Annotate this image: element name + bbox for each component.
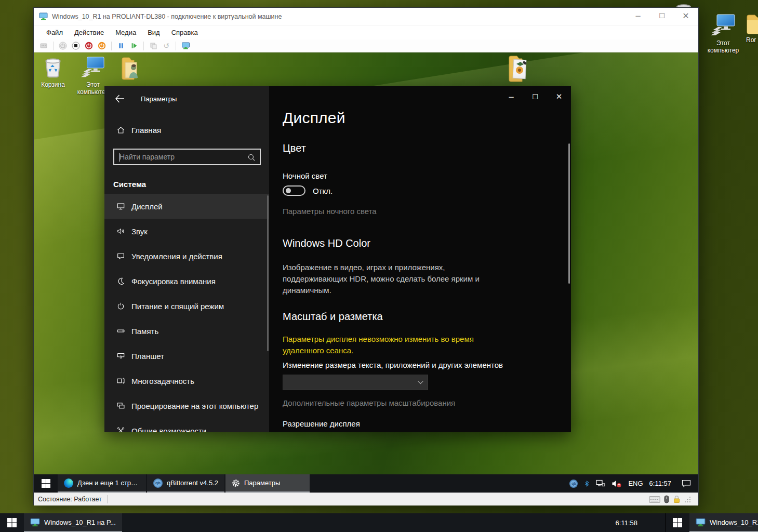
- scale-label: Изменение размера текста, приложений и д…: [283, 361, 518, 369]
- taskbar-button-qbittorrent[interactable]: qb qBittorrent v4.5.2: [147, 474, 224, 493]
- vm-titlebar[interactable]: Windows_10_R1 на PROLIANT-DL380 - подклю…: [34, 8, 698, 25]
- home-icon: [116, 126, 125, 134]
- menu-view[interactable]: Вид: [142, 26, 165, 38]
- sidebar-item-sound[interactable]: Звук: [104, 219, 269, 244]
- minimize-button[interactable]: ─: [628, 8, 648, 23]
- menu-media[interactable]: Медиа: [110, 26, 141, 38]
- focus-assist-icon: [116, 277, 125, 285]
- minimize-button[interactable]: ─: [499, 86, 523, 107]
- bluetooth-icon[interactable]: [584, 480, 590, 488]
- sidebar-item-label: Память: [131, 327, 158, 336]
- vm-desktop-icon-user-folder[interactable]: [112, 55, 150, 82]
- power-sleep-icon: [116, 302, 125, 310]
- multitasking-icon: [116, 377, 125, 385]
- close-button[interactable]: ✕: [675, 8, 696, 23]
- vm-status-text: Состояние: Работает: [38, 496, 102, 503]
- sidebar-item-projecting[interactable]: Проецирование на этот компьютер: [104, 393, 269, 418]
- turn-off-icon[interactable]: [71, 41, 81, 50]
- back-button[interactable]: [115, 95, 127, 103]
- content-scrollbar[interactable]: [568, 143, 570, 284]
- sidebar-item-multitasking[interactable]: Многозадачность: [104, 368, 269, 393]
- text-caret: [119, 153, 119, 162]
- sidebar-item-shared-experiences[interactable]: Общие возможности: [104, 418, 269, 432]
- pause-icon[interactable]: [116, 41, 126, 50]
- sidebar-item-label: Уведомления и действия: [131, 252, 222, 261]
- sidebar-item-home[interactable]: Главная: [104, 119, 269, 140]
- tablet-icon: [116, 352, 125, 360]
- action-center-icon[interactable]: [682, 480, 691, 487]
- vm-viewport: Корзина Этот компьютер: [34, 52, 698, 493]
- lock-status-icon[interactable]: [673, 495, 681, 503]
- night-light-state: Откл.: [313, 187, 333, 195]
- reset-icon[interactable]: [129, 41, 139, 50]
- folder-icon: [745, 12, 758, 35]
- settings-header: Параметры: [104, 86, 269, 111]
- shutdown-icon[interactable]: [84, 41, 94, 50]
- windows-start-icon: [42, 479, 50, 488]
- scale-dropdown[interactable]: [283, 375, 428, 390]
- qbittorrent-tray-icon[interactable]: qb: [569, 480, 578, 488]
- ctrl-alt-del-icon[interactable]: [39, 41, 48, 50]
- shared-experiences-icon: [116, 427, 125, 432]
- sidebar-item-focus-assist[interactable]: Фокусировка внимания: [104, 269, 269, 294]
- sidebar-scrollbar[interactable]: [267, 195, 269, 351]
- sidebar-item-label: Проецирование на этот компьютер: [131, 402, 258, 410]
- taskbar-button-settings[interactable]: Параметры: [225, 474, 310, 493]
- settings-gear-icon: [232, 479, 240, 487]
- recycle-bin-icon: [41, 55, 65, 80]
- vm-start-button[interactable]: [34, 474, 58, 493]
- revert-icon[interactable]: ↺: [162, 41, 171, 50]
- advanced-scaling-link[interactable]: Дополнительные параметры масштабирования: [283, 398, 518, 407]
- qbittorrent-icon: qb: [153, 478, 163, 488]
- network-icon[interactable]: [596, 480, 605, 487]
- keyboard-status-icon[interactable]: [649, 496, 660, 503]
- sidebar-item-label: Общие возможности: [131, 427, 206, 433]
- night-light-toggle[interactable]: [283, 185, 305, 196]
- remote-session-warning: Параметры дисплея невозможно изменить во…: [283, 334, 509, 356]
- vmconnect-window: Windows_10_R1 на PROLIANT-DL380 - подклю…: [33, 7, 699, 505]
- sidebar-item-notifications[interactable]: Уведомления и действия: [104, 244, 269, 269]
- sidebar-item-label: Питание и спящий режим: [131, 302, 224, 311]
- vm-toolbar: ↺: [34, 39, 698, 52]
- mouse-status-icon[interactable]: [664, 495, 669, 503]
- enhanced-session-icon[interactable]: [181, 41, 190, 50]
- this-pc-icon: [79, 55, 107, 80]
- settings-window-controls: ─ ☐ ✕: [499, 86, 571, 107]
- hyperv-vm-icon: [39, 12, 48, 20]
- this-pc-icon: [710, 12, 737, 38]
- volume-muted-icon[interactable]: [611, 480, 622, 488]
- clock[interactable]: 6:11:57: [649, 480, 671, 487]
- save-icon[interactable]: [97, 41, 107, 50]
- back-arrow-icon: [115, 95, 125, 103]
- sidebar-item-storage[interactable]: Память: [104, 318, 269, 343]
- host-taskbar-button-vmconnect[interactable]: Windows_10_R1 на P...: [24, 513, 122, 532]
- checkpoint-icon[interactable]: [149, 41, 158, 50]
- host-start-button-2[interactable]: [666, 513, 689, 532]
- taskbar-button-label: qBittorrent v4.5.2: [167, 479, 218, 487]
- menu-help[interactable]: Справка: [166, 26, 203, 38]
- night-light-settings-link[interactable]: Параметры ночного света: [283, 207, 518, 216]
- host-desktop-icon-this-pc[interactable]: Этот компьютер: [704, 12, 742, 54]
- host-taskbar-button-vmconnect-2[interactable]: Windows_10_R1 на P.: [689, 513, 758, 532]
- vm-desktop-icon-pictures-folder[interactable]: [500, 52, 539, 83]
- menu-file[interactable]: Файл: [41, 26, 68, 38]
- search-icon[interactable]: [247, 153, 256, 162]
- menu-action[interactable]: Действие: [69, 26, 109, 38]
- language-indicator[interactable]: ENG: [628, 480, 643, 487]
- sidebar-item-tablet[interactable]: Планшет: [104, 343, 269, 368]
- host-desktop-icon-ror-folder[interactable]: Ror: [743, 12, 758, 44]
- sidebar-item-display[interactable]: Дисплей: [104, 194, 269, 219]
- pictures-folder-icon: [506, 52, 533, 83]
- search-input[interactable]: Найти параметр: [113, 149, 261, 165]
- resize-grip[interactable]: [684, 496, 691, 503]
- user-folder-icon: [118, 55, 144, 82]
- host-start-button[interactable]: [0, 513, 24, 532]
- sidebar-item-power-sleep[interactable]: Питание и спящий режим: [104, 294, 269, 318]
- taskbar-button-edge[interactable]: Дзен и еще 1 страни...: [58, 474, 146, 493]
- host-clock[interactable]: 6:11:58: [616, 513, 637, 532]
- vm-desktop-icon-recycle-bin[interactable]: Корзина: [34, 55, 72, 88]
- close-button[interactable]: ✕: [547, 86, 571, 107]
- maximize-button[interactable]: ☐: [651, 8, 672, 23]
- start-power-icon[interactable]: [58, 41, 68, 50]
- maximize-button[interactable]: ☐: [523, 86, 547, 107]
